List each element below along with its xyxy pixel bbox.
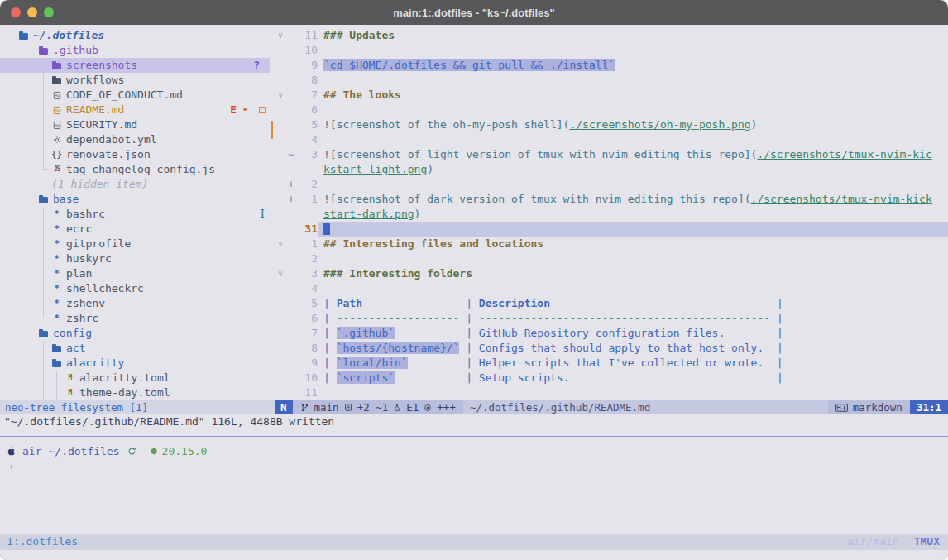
folder-icon <box>18 31 29 40</box>
editor-line-16[interactable]: 2 <box>275 251 948 266</box>
tree-guide-line <box>43 73 45 88</box>
tree-item-huskyrc[interactable]: *huskyrc <box>0 251 270 266</box>
text-segment-h3: ### Updates <box>323 29 395 41</box>
editor-line-20[interactable]: 6| ------------------- | ---------------… <box>275 311 948 326</box>
editor-line-4[interactable]: 8 <box>275 73 948 88</box>
line-text <box>318 103 948 117</box>
editor-line-3[interactable]: 9`cd $HOME/.dotfiles && git pull && ./in… <box>275 58 948 73</box>
editor-line-13[interactable]: start-dark.png) <box>275 207 948 222</box>
editor-line-5[interactable]: ∨7## The looks <box>275 88 948 103</box>
fold-column <box>275 385 286 400</box>
fold-column <box>275 341 286 356</box>
tree-item-screenshots[interactable]: screenshots? <box>0 58 270 73</box>
tree-item-gitprofile[interactable]: *gitprofile <box>0 237 270 251</box>
tree-guide-line <box>56 385 58 400</box>
tree-item-github[interactable]: .github <box>0 43 270 58</box>
fold-column <box>275 177 286 192</box>
fold-chevron-icon[interactable]: ∨ <box>275 266 286 281</box>
tree-item-config[interactable]: config <box>0 326 270 341</box>
editor-line-7[interactable]: 5![screenshot of the oh-my-posh shell](.… <box>275 117 948 132</box>
editor-line-8[interactable]: 4 <box>275 132 948 147</box>
text-segment-desc: GitHub Repository configuration files. <box>479 327 725 339</box>
editor-line-12[interactable]: +1![screenshot of dark version of tmux w… <box>275 192 948 207</box>
sign-column <box>286 73 296 88</box>
zoom-button[interactable] <box>44 7 54 17</box>
text-segment-desc: Helper scripts that I've collected or wr… <box>479 357 764 369</box>
git-unstaged-square-icon <box>259 107 266 113</box>
star-icon: * <box>51 207 62 222</box>
fold-chevron-icon[interactable]: ∨ <box>275 237 286 251</box>
text-segment-pipe: | <box>408 357 479 369</box>
shell-pane[interactable]: air ~/.dotfiles 20.15.0 → <box>0 436 948 534</box>
tree-item-alacritty[interactable]: alacritty <box>0 356 270 371</box>
tree-item-label: bashrc <box>66 207 105 222</box>
text-segment-dash: ------------------- <box>337 312 460 324</box>
editor-line-14[interactable]: 31 <box>275 222 948 237</box>
line-text: | `.github` | GitHub Repository configur… <box>318 326 948 341</box>
close-button[interactable] <box>11 7 21 17</box>
tree-item-base[interactable]: base <box>0 192 270 207</box>
tree-item-zshrc[interactable]: *zshrc <box>0 311 270 326</box>
editor-line-21[interactable]: 7| `.github` | GitHub Repository configu… <box>275 326 948 341</box>
line-text: ## The looks <box>318 88 948 103</box>
tree-item-renovate-json[interactable]: {}renovate.json <box>0 147 270 162</box>
fold-chevron-icon[interactable]: ∨ <box>275 28 286 43</box>
editor-line-19[interactable]: 5| Path | Description | <box>275 296 948 311</box>
text-segment-desc: Setup scripts. <box>479 371 570 384</box>
text-segment-h3: ### Interesting folders <box>323 267 472 280</box>
tree-item-shellcheckrc[interactable]: *shellcheckrc <box>0 281 270 296</box>
tree-item-ecrc[interactable]: *ecrc <box>0 222 270 237</box>
tree-item-alacritty-toml[interactable]: Malacritty.toml <box>0 371 270 385</box>
tree-item-bashrc[interactable]: *bashrcI <box>0 207 270 222</box>
tree-item-act[interactable]: act <box>0 341 270 356</box>
editor-line-25[interactable]: 11 <box>275 385 948 400</box>
editor-line-11[interactable]: +2 <box>275 177 948 192</box>
tree-item-label: huskyrc <box>66 251 112 266</box>
line-number: 7 <box>296 88 318 103</box>
editor-line-17[interactable]: ∨3### Interesting folders <box>275 266 948 281</box>
text-segment-dash: ----------------------------------------… <box>479 312 770 324</box>
tree-item-code-of-conduct-md[interactable]: CODE_OF_CONDUCT.md <box>0 88 270 103</box>
tree-item-1-hidden-item[interactable]: (1 hidden item) <box>0 177 270 192</box>
line-number: 7 <box>296 326 318 341</box>
minimize-button[interactable] <box>27 7 37 17</box>
line-number: 10 <box>296 371 318 385</box>
tree-item-plan[interactable]: *plan <box>0 266 270 281</box>
tree-item-workflows[interactable]: workflows <box>0 73 270 88</box>
git-segment: main +2 ~1 E1 +++ <box>293 400 463 414</box>
editor-line-10[interactable]: kstart-light.png) <box>275 162 948 177</box>
editor-line-6[interactable]: 6 <box>275 103 948 117</box>
tree-item-dotfiles[interactable]: ~/.dotfiles <box>0 28 270 43</box>
prompt-input-line[interactable]: → <box>7 459 948 475</box>
tmux-session-name: air/main <box>847 534 899 550</box>
editor-line-2[interactable]: 10 <box>275 43 948 58</box>
text-segment-code: `local/bin` <box>337 357 408 369</box>
tree-item-dependabot-yml[interactable]: dependabot.yml <box>0 132 270 147</box>
editor-line-9[interactable]: ~3![screenshot of light version of tmux … <box>275 147 948 162</box>
flask-icon <box>393 403 401 412</box>
tree-guide-line <box>43 88 45 103</box>
text-segment-pipe: | <box>323 342 337 354</box>
editor-line-22[interactable]: 8| `hosts/{hostname}/` | Configs that sh… <box>275 341 948 356</box>
tree-item-readme-md[interactable]: README.mdE• <box>0 103 270 117</box>
editor-line-1[interactable]: ∨11### Updates <box>275 28 948 43</box>
git-sign-chg: ~ <box>286 147 296 162</box>
sign-column <box>286 237 296 251</box>
mode-indicator: N <box>275 400 293 414</box>
tree-item-theme-day-toml[interactable]: Mtheme-day.toml <box>0 385 270 400</box>
tree-item-zshenv[interactable]: *zshenv <box>0 296 270 311</box>
editor-line-18[interactable]: 4 <box>275 281 948 296</box>
editor-line-15[interactable]: ∨1## Interesting files and locations <box>275 237 948 251</box>
toml-icon: M <box>65 385 75 400</box>
tmux-window-item[interactable]: 1:.dotfiles <box>0 534 78 550</box>
editor-line-23[interactable]: 9| `local/bin` | Helper scripts that I'v… <box>275 356 948 371</box>
fold-chevron-icon[interactable]: ∨ <box>275 88 286 103</box>
text-segment-code: `hosts/{hostname}/` <box>337 342 460 354</box>
tree-item-tag-changelog-config-js[interactable]: JStag-changelog-config.js <box>0 162 270 177</box>
line-number: 8 <box>296 341 318 356</box>
scrollbar-git-mark-icon <box>271 121 273 139</box>
tree-item-security-md[interactable]: SECURITY.md <box>0 117 270 132</box>
nvim-panes: ~/.dotfiles.githubscreenshots?workflowsC… <box>0 25 948 400</box>
line-text <box>318 43 948 58</box>
editor-line-24[interactable]: 10| `scripts` | Setup scripts. | <box>275 371 948 385</box>
